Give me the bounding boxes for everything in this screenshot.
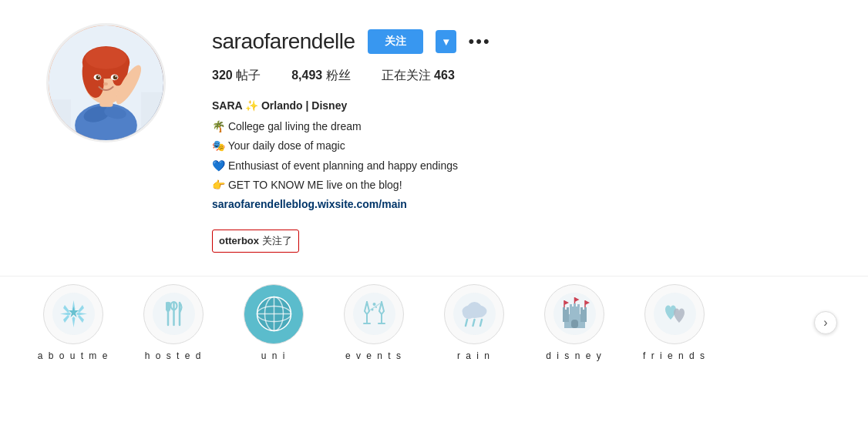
avatar-wrapper <box>46 23 166 142</box>
highlight-circle-hosted <box>143 284 204 344</box>
posts-count: 320 <box>212 69 233 82</box>
svg-rect-63 <box>563 307 565 310</box>
bio-section: SARA ✨ Orlando | Disney 🌴 College gal li… <box>212 96 822 253</box>
following-stat: 正在关注 463 <box>382 68 455 84</box>
svg-point-14 <box>98 75 99 77</box>
highlight-circle-rain <box>444 284 504 344</box>
svg-point-42 <box>353 293 395 335</box>
stats-row: 320 帖子 8,493 粉丝 正在关注 463 <box>212 68 822 84</box>
highlight-uni[interactable]: u n i <box>231 284 316 361</box>
highlight-label-hosted: h o s t e d <box>145 350 203 361</box>
followers-stat: 8,493 粉丝 <box>291 68 351 84</box>
highlight-circle-aboutme <box>43 284 103 344</box>
highlight-label-uni: u n i <box>261 350 287 361</box>
svg-rect-68 <box>580 307 583 310</box>
more-options-button[interactable]: ••• <box>469 33 491 50</box>
bio-name: SARA ✨ Orlando | Disney <box>212 96 822 116</box>
highlight-disney[interactable]: d i s n e y <box>532 284 617 361</box>
svg-point-13 <box>113 75 118 79</box>
dropdown-button[interactable]: ▾ <box>436 30 456 53</box>
highlight-circle-uni <box>244 284 304 344</box>
highlight-label-friends: f r i e n d s <box>643 350 706 361</box>
svg-rect-64 <box>567 307 569 310</box>
svg-point-16 <box>103 82 108 85</box>
mutual-follow-user: otterbox <box>219 235 259 246</box>
bio-line-3: 💙 Enthusiast of event planning and happy… <box>212 156 822 176</box>
highlight-circle-friends <box>644 284 705 344</box>
highlight-rain[interactable]: r a i n <box>432 284 516 361</box>
username-row: saraofarendelle 关注 ▾ ••• <box>212 29 822 54</box>
highlight-label-disney: d i s n e y <box>546 350 602 361</box>
bio-line-2: 🎭 Your daily dose of magic <box>212 136 822 156</box>
highlight-label-events: e v e n t s <box>345 350 402 361</box>
svg-point-9 <box>86 47 127 69</box>
svg-rect-61 <box>570 307 580 316</box>
followers-count: 8,493 <box>291 69 322 82</box>
highlights-list: a b o u t m e <box>31 284 808 361</box>
following-prefix: 正在关注 <box>382 69 431 82</box>
svg-rect-60 <box>563 310 569 322</box>
svg-point-12 <box>96 75 101 79</box>
bio-line-1: 🌴 College gal living the dream <box>212 117 822 136</box>
posts-label-text: 帖子 <box>236 69 261 82</box>
highlight-friends[interactable]: f r i e n d s <box>632 284 717 361</box>
highlight-events[interactable]: e v e n t s <box>331 284 416 361</box>
svg-rect-18 <box>49 99 71 140</box>
bio-link[interactable]: saraofarendelleblog.wixsite.com/main <box>212 198 407 210</box>
highlight-circle-disney <box>544 284 604 344</box>
followers-label-text: 粉丝 <box>326 69 351 82</box>
svg-rect-65 <box>570 304 572 307</box>
mutual-follow-badge[interactable]: otterbox 关注了 <box>212 230 299 252</box>
username: saraofarendelle <box>212 29 355 54</box>
highlight-circle-events <box>344 284 404 344</box>
svg-rect-66 <box>574 303 576 307</box>
highlight-hosted[interactable]: h o s t e d <box>131 284 216 361</box>
highlights-section: a b o u t m e <box>0 276 868 369</box>
svg-rect-67 <box>577 304 580 307</box>
highlight-label-aboutme: a b o u t m e <box>38 350 109 361</box>
highlight-label-rain: r a i n <box>457 350 491 361</box>
svg-point-15 <box>116 75 117 77</box>
svg-rect-59 <box>571 320 578 328</box>
bio-line-4: 👉 GET TO KNOW ME live on the blog! <box>212 176 822 195</box>
profile-section: saraofarendelle 关注 ▾ ••• 320 帖子 8,493 粉丝… <box>0 0 868 268</box>
posts-stat: 320 帖子 <box>212 68 261 84</box>
avatar <box>46 23 166 142</box>
svg-rect-19 <box>141 92 163 140</box>
svg-point-53 <box>466 302 482 317</box>
following-count: 463 <box>434 69 455 82</box>
highlight-aboutme[interactable]: a b o u t m e <box>31 284 116 361</box>
svg-rect-69 <box>584 307 587 310</box>
next-highlights-button[interactable]: › <box>814 311 837 334</box>
follow-button[interactable]: 关注 <box>368 29 423 54</box>
svg-point-45 <box>372 303 375 306</box>
svg-rect-62 <box>580 310 587 322</box>
profile-info: saraofarendelle 关注 ▾ ••• 320 帖子 8,493 粉丝… <box>212 23 822 253</box>
